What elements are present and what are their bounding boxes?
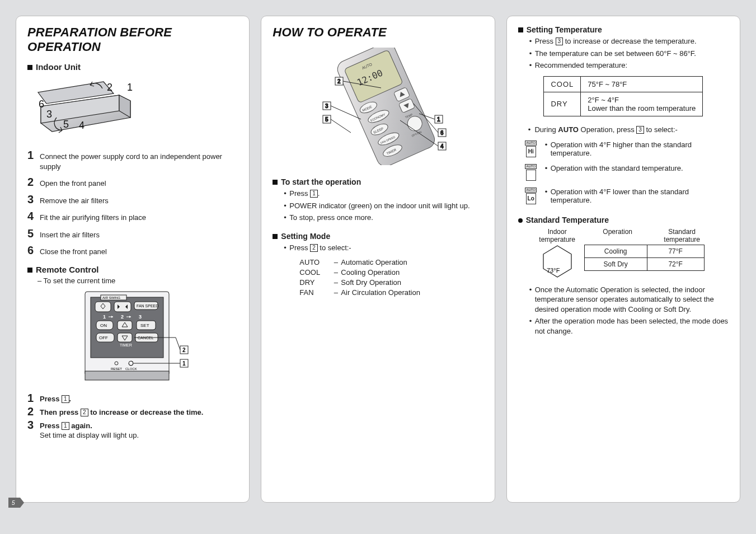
svg-text:FAN SPEED: FAN SPEED: [137, 304, 158, 308]
indoor-unit-heading: Indoor Unit: [27, 62, 238, 72]
svg-text:4: 4: [440, 143, 444, 149]
svg-text:2: 2: [121, 314, 124, 320]
remote-step: Press 1.: [40, 392, 71, 403]
col-preparation: 5 PREPARATION BEFORE OPERATION Indoor Un…: [16, 16, 250, 503]
std-notes: Once the Automatic Operation is selected…: [529, 285, 729, 336]
prep-step: Fit the air purifying filters in place: [40, 210, 146, 223]
prep-step: Open the front panel: [40, 176, 106, 189]
auto-option-text: Operation with the standard temperature.: [551, 164, 683, 172]
operate-title: HOW TO OPERATE: [273, 25, 483, 40]
std-temp-heading: Standard Temperature: [518, 216, 729, 224]
start-item: Press 1.: [284, 189, 483, 199]
svg-text:1: 1: [437, 116, 440, 123]
start-item: To stop, press once more.: [284, 213, 483, 223]
svg-text:2: 2: [107, 82, 112, 93]
svg-rect-7: [85, 371, 169, 380]
prep-step: Connect the power supply cord to an inde…: [40, 149, 238, 171]
svg-text:5: 5: [325, 116, 328, 123]
std-note: Once the Automatic Operation is selected…: [529, 285, 729, 315]
remote-note: – To set the current time: [37, 277, 238, 285]
preparation-title: PREPARATION BEFORE OPERATION: [27, 25, 238, 54]
svg-text:CLOCK: CLOCK: [125, 367, 137, 371]
svg-text:1: 1: [103, 314, 106, 320]
std-note: After the operation mode has been select…: [529, 316, 729, 336]
auto-option-text: Operation with 4°F lower than the standa…: [551, 188, 689, 204]
std-temp-table: Cooling77°F Soft Dry72°F: [584, 245, 705, 271]
svg-text:6: 6: [39, 99, 44, 110]
remote-step: Then press 2 to increase or decrease the…: [40, 406, 203, 416]
svg-text:SET: SET: [140, 323, 149, 328]
page-number: 5: [8, 498, 24, 508]
col-temperature: Setting Temperature Press 3 to increase …: [506, 16, 740, 503]
auto-icon-std: AUTO: [524, 164, 538, 182]
mode-heading: Setting Mode: [273, 232, 483, 241]
svg-text:1: 1: [182, 360, 186, 367]
svg-text:3: 3: [139, 314, 142, 320]
remote-perspective-illustration: AUTO 12:00 TEMP OFF/ON MODE ECONOMY SLEE…: [294, 48, 462, 165]
svg-text:4: 4: [79, 120, 84, 131]
svg-text:5: 5: [63, 119, 69, 130]
mode-press-line: Press 2 to select:-: [284, 243, 483, 253]
std-temp-block: Indoor temperature 73°F Operation Standa…: [530, 228, 729, 278]
svg-text:OFF: OFF: [99, 335, 108, 340]
manual-page: 5 PREPARATION BEFORE OPERATION Indoor Un…: [16, 16, 740, 503]
mode-table: AUTO–Automatic Operation COOL–Cooling Op…: [299, 258, 483, 297]
prep-step: Remove the air filters: [40, 194, 109, 206]
svg-text:3: 3: [325, 103, 328, 109]
auto-icon-lo: AUTO Lo: [524, 188, 538, 205]
indoor-unit-illustration: 1 2 3 4 5 6: [35, 78, 147, 140]
temp-heading: Setting Temperature: [518, 25, 729, 34]
std-col3-label: Standard temperature: [651, 228, 713, 243]
temp-item: Recommended temperature:: [529, 60, 729, 71]
prep-step: Close the front panel: [40, 245, 107, 257]
svg-text:2: 2: [337, 78, 341, 85]
temp-item: Press 3 to increase or decrease the temp…: [529, 36, 729, 46]
preparation-steps: 1Connect the power supply cord to an ind…: [27, 149, 238, 257]
start-heading: To start the operation: [273, 177, 483, 186]
start-list: Press 1. POWER indicator (green) on the …: [284, 189, 483, 223]
auto-option-text: Operation with 4°F higher than the stand…: [551, 140, 692, 157]
svg-text:73°F: 73°F: [547, 267, 560, 274]
svg-line-37: [176, 338, 180, 350]
svg-text:6: 6: [440, 130, 444, 136]
svg-text:RESET: RESET: [111, 367, 122, 371]
start-item: POWER indicator (green) on the indoor un…: [284, 201, 483, 211]
svg-text:3: 3: [46, 109, 52, 120]
svg-text:ON: ON: [100, 323, 107, 328]
auto-intro: • During AUTO Operation, press 3 to sele…: [528, 125, 729, 134]
remote-step: Press 1 again.Set time at display will l…: [40, 419, 139, 439]
recommended-temp-table: COOL75°F ~ 78°F DRY2°F ~ 4°F Lower than …: [543, 76, 703, 116]
remote-steps: 1Press 1. 2Then press 2 to increase or d…: [27, 392, 238, 439]
svg-text:AIR SWING: AIR SWING: [102, 296, 120, 299]
svg-line-65: [331, 119, 351, 133]
svg-text:2: 2: [182, 347, 186, 353]
remote-control-heading: Remote Control: [27, 265, 238, 274]
svg-rect-10: [114, 302, 131, 312]
std-col2-label: Operation: [584, 228, 651, 243]
svg-text:TIMER: TIMER: [120, 343, 132, 347]
svg-text:1: 1: [127, 82, 133, 93]
auto-options: AUTO Hi •Operation with 4°F higher than …: [524, 140, 729, 205]
remote-control-illustration: AIR SWING FAN SPEED 1 2 3 ON SET OFF: [68, 289, 197, 385]
std-col1-label: Indoor temperature: [530, 228, 584, 243]
col-operate: HOW TO OPERATE AUTO 12:00 TEMP: [261, 16, 495, 503]
std-hex-icon: 73°F: [542, 245, 572, 278]
temp-item: The temperature can be set between 60°F …: [529, 49, 729, 59]
auto-icon-hi: AUTO Hi: [524, 140, 538, 158]
prep-step: Insert the air filters: [40, 228, 100, 240]
temp-list: Press 3 to increase or decrease the temp…: [529, 36, 729, 71]
